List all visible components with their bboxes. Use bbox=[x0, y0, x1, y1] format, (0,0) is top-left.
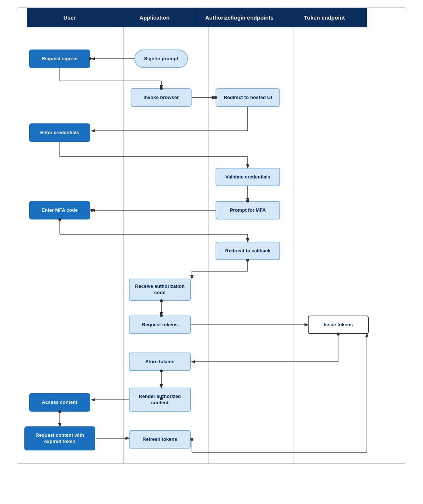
box-access-content: Access content bbox=[29, 393, 90, 412]
box-store-tokens: Store tokens bbox=[129, 353, 191, 371]
box-request-signin: Request sign-in bbox=[29, 50, 90, 68]
header-authorize: Authorize/login endpoints bbox=[197, 8, 282, 27]
box-enter-mfa: Enter MFA code bbox=[29, 201, 90, 219]
svg-point-39 bbox=[190, 438, 193, 441]
box-validate-credentials: Validate credentials bbox=[216, 168, 280, 186]
box-render-authorized: Render authorized content bbox=[129, 388, 191, 412]
diagram-container: User Application Authorize/login endpoin… bbox=[16, 7, 407, 464]
box-redirect-hosted: Redirect to hosted UI bbox=[216, 88, 280, 107]
box-request-expired: Request content with expired token bbox=[24, 426, 95, 450]
box-signin-prompt: Sign-in prompt bbox=[134, 50, 188, 68]
box-issue-tokens: Issue tokens bbox=[308, 316, 369, 334]
header-application: Application bbox=[112, 8, 197, 27]
header-row: User Application Authorize/login endpoin… bbox=[27, 8, 396, 27]
box-prompt-mfa: Prompt for MFA bbox=[216, 201, 280, 219]
box-receive-auth-code: Receive authorization code bbox=[129, 279, 191, 301]
header-token: Token endpoint bbox=[282, 8, 367, 27]
svg-point-16 bbox=[90, 209, 93, 212]
box-invoke-browser: Invoke browser bbox=[131, 88, 192, 107]
box-request-tokens: Request tokens bbox=[129, 316, 191, 334]
header-user: User bbox=[27, 8, 112, 27]
box-enter-credentials: Enter credentials bbox=[29, 123, 90, 142]
box-refresh-tokens: Refresh tokens bbox=[129, 430, 191, 449]
box-redirect-callback: Redirect to callback bbox=[216, 242, 280, 260]
